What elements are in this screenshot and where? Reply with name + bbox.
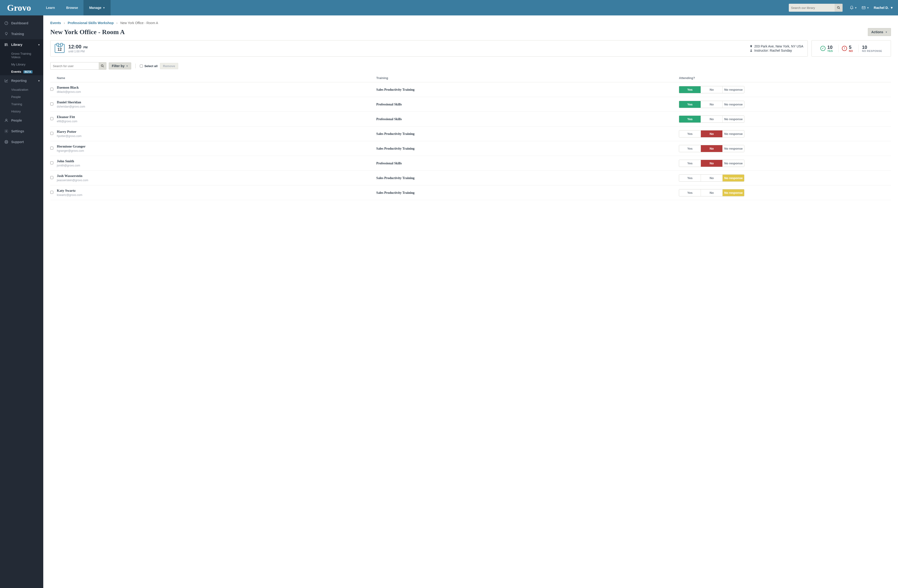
breadcrumb-events[interactable]: Events (50, 21, 61, 25)
sidebar-sub-training[interactable]: Training (0, 101, 43, 108)
att-no-button[interactable]: No (701, 130, 723, 137)
att-yes-button[interactable]: Yes (679, 189, 701, 196)
att-yes-button[interactable]: Yes (679, 86, 701, 93)
messages-dropdown[interactable]: ▼ (861, 6, 869, 10)
att-yes-button[interactable]: Yes (679, 145, 701, 152)
svg-point-9 (751, 49, 752, 51)
att-yes-button[interactable]: Yes (679, 175, 701, 181)
remove-button[interactable]: Remove (160, 63, 178, 69)
row-checkbox[interactable] (50, 132, 53, 135)
row-checkbox[interactable] (50, 161, 53, 164)
sidebar-sub-my-library[interactable]: My Library (0, 61, 43, 68)
att-no-button[interactable]: No (701, 86, 723, 93)
breadcrumb-workshop[interactable]: Professional Skills Workshop (68, 21, 114, 25)
chevron-right-icon: › (64, 21, 65, 25)
attendee-training: Sales Productivity Training (376, 176, 414, 180)
att-no-button[interactable]: No (701, 101, 723, 108)
user-menu[interactable]: Rachel D. ▼ (874, 6, 893, 9)
main-content: Events › Professional Skills Workshop › … (43, 15, 898, 588)
att-noresponse-button[interactable]: No response (723, 130, 744, 137)
row-checkbox[interactable] (50, 147, 53, 150)
att-no-button[interactable]: No (701, 189, 723, 196)
attendee-name: Hermione Granger (57, 144, 376, 149)
library-search-input[interactable] (789, 6, 835, 9)
row-checkbox[interactable] (50, 191, 53, 194)
att-noresponse-button[interactable]: No response (723, 160, 744, 167)
attendee-email: dblack@grovo.com (57, 90, 376, 94)
row-checkbox[interactable] (50, 88, 53, 91)
att-noresponse-button[interactable]: No response (723, 175, 744, 181)
event-info-panel: May 12 12:00 PM until 1:00 PM 203 Park A… (50, 40, 808, 57)
user-search (50, 62, 106, 70)
table-row: Katy Swartzkswartz@grovo.comSales Produc… (50, 186, 891, 200)
table-row: Daemon Blackdblack@grovo.comSales Produc… (50, 82, 891, 97)
caret-down-icon: ▼ (855, 6, 857, 9)
sidebar-item-training[interactable]: Training (0, 29, 43, 39)
user-search-button[interactable] (99, 63, 106, 69)
sidebar-sub-history[interactable]: History (0, 108, 43, 115)
att-noresponse-button[interactable]: No response (723, 116, 744, 123)
sidebar-item-settings[interactable]: Settings (0, 126, 43, 137)
stat-yes: ✓ 10 YES (817, 45, 836, 52)
svg-point-6 (6, 131, 7, 132)
tab-browse[interactable]: Browse (61, 0, 84, 15)
person-icon (4, 118, 9, 123)
att-noresponse-button[interactable]: No response (723, 86, 744, 93)
row-checkbox[interactable] (50, 117, 53, 120)
att-yes-button[interactable]: Yes (679, 101, 701, 108)
tab-manage[interactable]: Manage ▼ (83, 0, 111, 15)
attendee-email: efitt@grovo.com (57, 120, 376, 123)
att-no-button[interactable]: No (701, 160, 723, 167)
sidebar-sub-grovo-videos[interactable]: Grovo Training Videos (0, 50, 43, 61)
att-no-button[interactable]: No (701, 145, 723, 152)
filter-dropdown[interactable]: Filter by ▼ (109, 63, 131, 69)
table-header: Name Training Attending? (50, 74, 891, 82)
attendance-toggle: YesNoNo response (679, 101, 744, 108)
library-search-button[interactable] (835, 4, 843, 12)
mail-icon (861, 6, 866, 10)
sidebar-item-dashboard[interactable]: Dashboard (0, 18, 43, 29)
att-no-button[interactable]: No (701, 116, 723, 123)
actions-dropdown[interactable]: Actions ▼ (868, 28, 891, 36)
filter-label: Filter by (112, 64, 125, 68)
sidebar-item-support[interactable]: Support (0, 137, 43, 147)
sidebar-item-reporting[interactable]: Reporting ▾ (0, 75, 43, 86)
svg-point-5 (6, 119, 7, 120)
att-yes-button[interactable]: Yes (679, 116, 701, 123)
attendee-training: Sales Productivity Training (376, 191, 414, 195)
select-all[interactable]: Select all (140, 64, 157, 68)
att-noresponse-button[interactable]: No response (723, 189, 744, 196)
brand-logo: Grovo (0, 3, 40, 13)
attendee-name: Katy Swartz (57, 189, 376, 193)
attendee-training: Professional Skills (376, 117, 402, 121)
svg-point-0 (837, 6, 839, 8)
col-training: Training (376, 76, 679, 80)
sidebar-sub-people[interactable]: People (0, 93, 43, 101)
caret-down-icon: ▾ (38, 80, 40, 82)
attendance-toggle: YesNoNo response (679, 160, 744, 167)
attendance-toggle: YesNoNo response (679, 130, 744, 137)
attendee-email: hpotter@grovo.com (57, 134, 376, 138)
att-noresponse-button[interactable]: No response (723, 101, 744, 108)
sidebar-sub-visualization[interactable]: Visualization (0, 86, 43, 93)
att-yes-button[interactable]: Yes (679, 160, 701, 167)
lifebuoy-icon (4, 140, 9, 144)
row-checkbox[interactable] (50, 103, 53, 106)
att-yes-button[interactable]: Yes (679, 130, 701, 137)
attendance-toggle: YesNoNo response (679, 86, 744, 93)
att-noresponse-button[interactable]: No response (723, 145, 744, 152)
select-all-checkbox[interactable] (140, 64, 143, 68)
sidebar-item-people[interactable]: People (0, 115, 43, 126)
notifications-dropdown[interactable]: ▼ (850, 6, 857, 10)
sidebar-sub-events[interactable]: Events BETA (0, 68, 43, 75)
att-no-button[interactable]: No (701, 175, 723, 181)
attendee-training: Professional Skills (376, 103, 402, 106)
user-search-input[interactable] (51, 63, 99, 69)
tab-learn[interactable]: Learn (40, 0, 61, 15)
search-icon (101, 64, 104, 68)
sidebar-item-library[interactable]: Library ▾ (0, 39, 43, 50)
attendee-name: Daniel Sheridan (57, 100, 376, 104)
row-checkbox[interactable] (50, 176, 53, 179)
breadcrumb: Events › Professional Skills Workshop › … (50, 21, 891, 25)
attendee-name: Eleanor Fitt (57, 115, 376, 119)
